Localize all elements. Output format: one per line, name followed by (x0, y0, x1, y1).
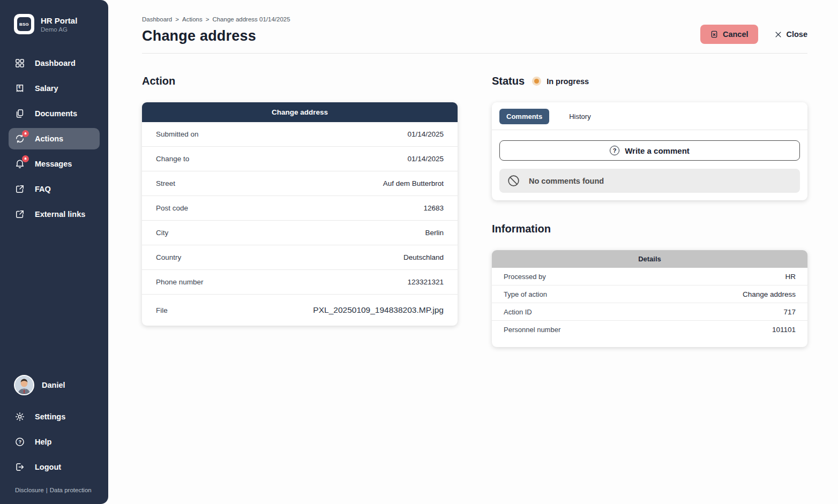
row-value: Auf dem Butterbrot (383, 179, 444, 187)
status-dot (532, 77, 541, 86)
status-label: In progress (547, 77, 589, 86)
sidebar-item-label: Actions (35, 134, 63, 143)
no-comments-message: No comments found (499, 169, 800, 193)
row-value: Berlin (425, 229, 444, 237)
table-row: Street Auf dem Butterbrot (142, 171, 458, 196)
cancel-document-icon (710, 30, 719, 39)
sidebar-item-dashboard[interactable]: Dashboard (9, 52, 100, 74)
row-label: City (156, 229, 168, 237)
table-row: Action ID 717 (492, 303, 807, 321)
row-label: Processed by (504, 273, 546, 281)
row-value: 01/14/2025 (407, 130, 444, 138)
close-button-label: Close (787, 30, 808, 39)
no-comments-text: No comments found (529, 177, 604, 185)
information-heading: Information (492, 223, 807, 235)
documents-icon (14, 108, 26, 119)
external-link-icon (14, 208, 26, 220)
details-table-header: Details (492, 250, 807, 268)
external-link-icon (14, 183, 26, 195)
sidebar-item-salary[interactable]: € Salary (9, 78, 100, 99)
breadcrumb-dashboard[interactable]: Dashboard (142, 16, 172, 22)
status-indicator: In progress (532, 77, 589, 86)
sidebar-item-settings[interactable]: Settings (9, 406, 100, 427)
avatar (14, 375, 34, 395)
tab-comments[interactable]: Comments (499, 109, 549, 124)
notification-badge (22, 155, 29, 162)
table-row: Type of action Change address (492, 285, 807, 303)
app-subtitle: Demo AG (41, 26, 77, 33)
write-comment-button[interactable]: ? Write a comment (499, 140, 800, 161)
cancel-button[interactable]: Cancel (700, 25, 758, 44)
sidebar-item-faq[interactable]: FAQ (9, 178, 100, 200)
table-row: Processed by HR (492, 268, 807, 285)
sidebar-item-label: Dashboard (35, 59, 76, 67)
table-row: Personnel number 101101 (492, 321, 807, 338)
sidebar-item-actions[interactable]: Actions (9, 128, 100, 149)
row-label: Action ID (504, 308, 532, 316)
sidebar-item-label: Messages (35, 160, 72, 168)
user-name: Daniel (42, 381, 65, 389)
status-info-column: Status In progress Comments History ? Wr… (492, 75, 807, 347)
cancel-button-label: Cancel (723, 30, 749, 39)
action-heading: Action (142, 75, 458, 87)
action-section: Action Change address Submitted on 01/14… (142, 75, 458, 347)
actions-sync-icon (14, 133, 26, 145)
row-label: Type of action (504, 290, 547, 298)
breadcrumb-actions[interactable]: Actions (182, 16, 203, 22)
svg-text:€: € (19, 85, 21, 89)
table-row: City Berlin (142, 221, 458, 245)
row-value: Deutschland (403, 253, 444, 261)
row-label: Phone number (156, 278, 204, 286)
dashboard-grid-icon (14, 57, 26, 69)
action-table-header: Change address (142, 102, 458, 122)
sidebar-item-label: Logout (35, 463, 61, 471)
app-logo: BSG (14, 14, 34, 34)
details-table: Details Processed by HR Type of action C… (492, 250, 807, 347)
legal-links: Disclosure|Data protection (0, 482, 108, 504)
row-label: Submitted on (156, 130, 199, 138)
table-row: Country Deutschland (142, 245, 458, 270)
row-value: 01/14/2025 (407, 155, 444, 163)
tabs: Comments History (492, 102, 807, 130)
close-icon (774, 31, 782, 39)
table-row: Submitted on 01/14/2025 (142, 122, 458, 147)
sidebar-item-external-links[interactable]: External links (9, 204, 100, 225)
app-logo-monogram: BSG (17, 17, 31, 31)
sidebar-item-label: Documents (35, 109, 77, 118)
notification-badge (22, 130, 29, 137)
sidebar-item-label: Salary (35, 84, 58, 93)
write-comment-label: Write a comment (625, 146, 690, 155)
row-label: Country (156, 253, 181, 261)
row-value: 12683 (423, 204, 444, 212)
sidebar-item-help[interactable]: ? Help (9, 431, 100, 453)
sidebar: BSG HR Portal Demo AG Dashboard € (0, 0, 108, 504)
file-link[interactable]: PXL_20250109_194838203.MP.jpg (313, 305, 444, 315)
tab-history[interactable]: History (562, 109, 597, 124)
user-profile[interactable]: Daniel (0, 370, 108, 403)
breadcrumb-current[interactable]: Change address 01/14/2025 (212, 16, 290, 22)
sidebar-item-logout[interactable]: Logout (9, 456, 100, 478)
comments-card: Comments History ? Write a comment No co… (492, 102, 807, 200)
sidebar-item-label: FAQ (35, 185, 51, 193)
table-row: Change to 01/14/2025 (142, 147, 458, 171)
row-label: Street (156, 179, 175, 187)
disclosure-link[interactable]: Disclosure (15, 487, 44, 493)
main-content: Dashboard > Actions > Change address 01/… (108, 0, 838, 504)
sidebar-item-label: Help (35, 438, 51, 446)
help-circle-icon: ? (14, 436, 26, 448)
row-label: Personnel number (504, 326, 560, 334)
logout-icon (14, 461, 26, 473)
breadcrumb: Dashboard > Actions > Change address 01/… (142, 16, 290, 22)
sidebar-item-documents[interactable]: Documents (9, 103, 100, 124)
close-button[interactable]: Close (774, 30, 808, 39)
row-label: Post code (156, 204, 188, 212)
table-row: Post code 12683 (142, 196, 458, 221)
data-protection-link[interactable]: Data protection (50, 487, 92, 493)
row-label: File (156, 306, 168, 314)
sidebar-item-label: Settings (35, 412, 65, 421)
table-row: Phone number 123321321 (142, 270, 458, 295)
action-table: Change address Submitted on 01/14/2025 C… (142, 102, 458, 326)
sidebar-item-messages[interactable]: Messages (9, 153, 100, 175)
svg-text:?: ? (19, 439, 21, 445)
app-title: HR Portal (41, 16, 77, 25)
